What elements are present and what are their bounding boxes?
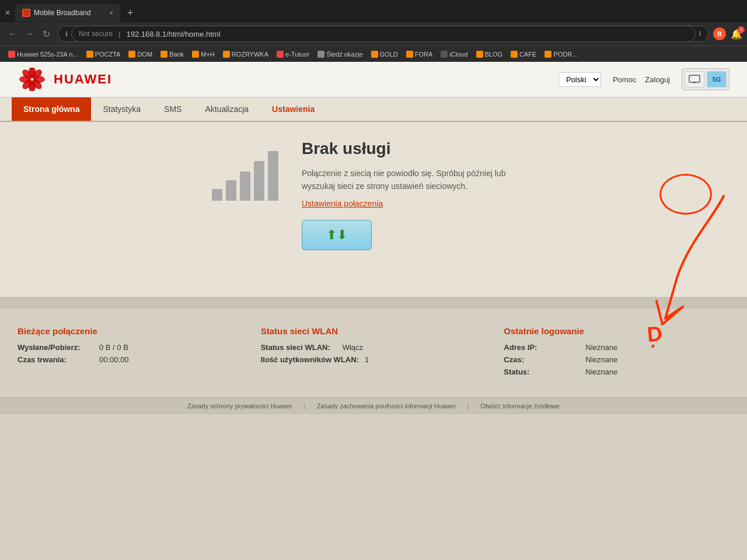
time-value: Nieznane [585,355,617,364]
network-5g-icon[interactable]: 5G [707,71,727,88]
signal-bar-4 [254,161,264,201]
bookmark-huawei[interactable]: Huawei 525s-23A n... [5,50,82,59]
footer-sep-2: | [467,402,469,410]
footer-confidentiality-link[interactable]: Zasady zachowania poufności informacji H… [317,402,455,410]
cursor-icon: I [699,30,701,38]
tab-sms[interactable]: SMS [152,97,193,121]
tab-title: Mobile Broadband [34,9,90,17]
wlan-users-label: Ilość użytkowników WLAN: [261,355,359,364]
tab-stats[interactable]: Statystyka [91,97,152,121]
bookmark-fora[interactable]: FORA [403,50,437,59]
bookmark-favicon-sledz [317,51,324,58]
signal-bar-2 [226,180,236,201]
notification-badge: 1 [738,26,745,33]
browser-close-x[interactable]: ✕ [5,9,11,17]
page-footer: Zasady ochrony prywatności Huawei | Zasa… [0,397,747,414]
bookmark-label-cafe: CAFE [519,51,536,58]
bookmark-dom[interactable]: DOM [125,50,156,59]
nav-bar: ← → ↻ ℹ Not secure | 192.168.8.1/html/ho… [0,22,747,46]
login-link[interactable]: Zaloguj [645,75,670,84]
wlan-status-section: Status sieci WLAN Status sieci WLAN: Włą… [261,326,487,380]
bookmark-blog[interactable]: BLOG [473,50,507,59]
signal-bar-5 [268,151,278,201]
address-bar[interactable]: ℹ Not secure | 192.168.8.1/html/home.htm… [58,26,708,42]
bookmark-label-sledz: Śledź okazje [326,51,362,58]
bookmark-label-gold: GOLD [380,51,398,58]
active-tab[interactable]: Mobile Broadband × [15,4,120,22]
ip-row: Adres IP: Nieznane [504,343,729,352]
back-button[interactable]: ← [5,27,20,41]
bookmark-rozrywka[interactable]: ROZRYWKA [219,50,272,59]
login-status-row: Status: Nieznane [504,368,729,376]
notifications-icon[interactable]: 🔔 1 [731,29,742,40]
bookmark-label-huawei: Huawei 525s-23A n... [17,51,78,58]
bookmark-favicon-gold [371,51,378,58]
bookmark-label-bank: Bank [169,51,184,58]
connect-button[interactable]: ⬆⬇ [302,220,372,250]
signal-bar-1 [212,189,222,201]
bookmark-label-poczta: POCZTA [95,51,121,58]
url-prefix: Not secure [79,30,113,38]
bookmark-podr[interactable]: PODR... [541,50,581,59]
main-content-area: Brak usługi Połączenie z siecią nie powi… [0,122,747,297]
info-strip [0,297,747,309]
url-separator: | [118,30,120,38]
tab-close-btn[interactable]: × [110,9,113,16]
footer-source-link[interactable]: Otwórz informacje źródłowe [480,402,560,410]
footer-sep-1: | [303,402,305,410]
bookmark-bank[interactable]: Bank [157,50,187,59]
language-select[interactable]: Polski [558,72,601,87]
svg-rect-0 [23,10,29,16]
connection-settings-link[interactable]: Ustawienia połączenia [302,199,535,208]
tab-favicon [22,9,30,17]
tab-home[interactable]: Strona główna [12,97,91,121]
connect-arrows-icon: ⬆⬇ [326,228,347,243]
bookmark-favicon-rozrywka [223,51,230,58]
bookmark-favicon-icloud [441,51,448,58]
bookmark-label-fora: FORA [415,51,433,58]
forward-button[interactable]: → [22,27,37,41]
sent-received-value: 0 B / 0 B [99,343,128,352]
bookmark-favicon-bank [160,51,167,58]
wlan-users-value: 1 [365,355,369,364]
bookmark-label-dom: DOM [137,51,152,58]
bookmark-poczta[interactable]: POCZTA [83,50,124,59]
bookmark-label-etutor: e-Tutuor [285,51,309,58]
huawei-logo: HUAWEI [18,68,112,91]
url-full: 192.168.8.1/html/home.html [126,30,220,38]
bookmark-mh[interactable]: M+H [189,50,218,59]
screen-status-icon[interactable] [685,71,704,88]
bookmark-etutor[interactable]: e-Tutuor [273,50,313,59]
bookmark-gold[interactable]: GOLD [368,50,402,59]
bookmark-favicon-dom [128,51,135,58]
bookmark-favicon-etutor [277,51,284,58]
wlan-status-value: Włącz [343,343,363,352]
bookmark-sledz[interactable]: Śledź okazje [314,50,366,59]
header-right: Polski Pomoc Zaloguj 5G [558,68,729,90]
huawei-logo-text: HUAWEI [54,72,112,87]
duration-value: 00:00:00 [99,355,129,364]
time-row: Czas: Nieznane [504,355,729,364]
ip-value: Nieznane [585,343,617,352]
sent-received-row: Wysłane/Pobierz: 0 B / 0 B [18,343,243,352]
browser-chrome: ✕ Mobile Broadband × + ← → ↻ ℹ Not secur… [0,0,747,62]
bookmark-icloud[interactable]: iCloud [437,50,471,59]
nav-tabs: Strona główna Statystyka SMS Aktualizacj… [0,97,747,122]
url-display: Not secure | 192.168.8.1/html/home.html [71,26,696,42]
bookmark-label-rozrywka: ROZRYWKA [232,51,268,58]
current-connection-title: Bieżące połączenie [18,326,243,336]
help-link[interactable]: Pomoc [613,75,636,84]
refresh-button[interactable]: ↻ [40,27,53,41]
bookmark-favicon-cafe [511,51,518,58]
new-tab-button[interactable]: + [123,7,138,19]
tab-settings[interactable]: Ustawienia [260,97,326,121]
bookmark-favicon-huawei [8,51,15,58]
svg-rect-10 [689,75,700,82]
nav-buttons: ← → ↻ [5,27,53,41]
wlan-users-row: Ilość użytkowników WLAN: 1 [261,355,487,364]
footer-privacy-link[interactable]: Zasady ochrony prywatności Huawei [187,402,292,410]
status-icons-area: 5G [682,68,729,90]
brave-browser-icon: B [713,27,726,40]
tab-update[interactable]: Aktualizacja [193,97,260,121]
bookmark-cafe[interactable]: CAFE [507,50,540,59]
